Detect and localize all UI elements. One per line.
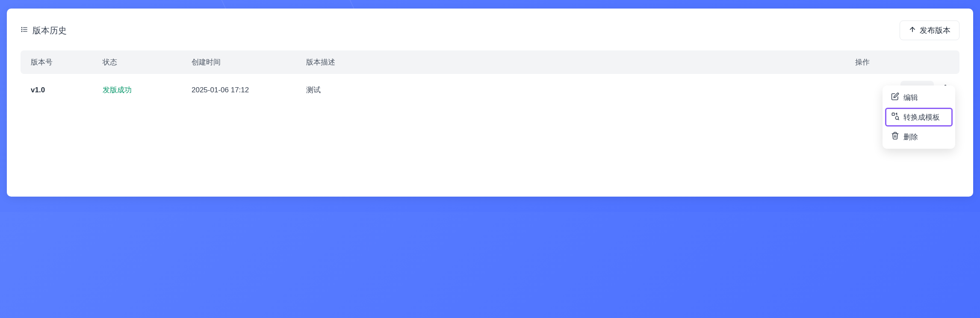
dropdown-delete-label: 删除 <box>903 132 918 142</box>
svg-point-3 <box>21 27 22 28</box>
title-group: 版本历史 <box>21 25 67 36</box>
svg-line-12 <box>898 119 899 120</box>
col-version: 版本号 <box>31 57 99 67</box>
version-history-card: 版本历史 发布版本 版本号 状态 创建时间 版本描述 操作 v1.0 发版成功 … <box>7 9 973 197</box>
col-created-at: 创建时间 <box>192 57 303 67</box>
dropdown-delete[interactable]: 删除 <box>885 127 953 146</box>
table-row: v1.0 发版成功 2025-01-06 17:12 测试 上线 <box>21 74 959 106</box>
svg-rect-10 <box>892 113 894 115</box>
col-status: 状态 <box>103 57 188 67</box>
edit-icon <box>891 92 899 103</box>
arrow-up-icon <box>909 26 916 35</box>
cell-created-at: 2025-01-06 17:12 <box>192 86 303 94</box>
dropdown-convert-label: 转换成模板 <box>903 112 940 122</box>
publish-version-button[interactable]: 发布版本 <box>900 21 959 40</box>
col-actions: 操作 <box>855 57 949 67</box>
dropdown-edit[interactable]: 编辑 <box>885 88 953 107</box>
template-icon <box>891 112 899 122</box>
cell-description: 测试 <box>306 85 852 95</box>
list-icon <box>21 26 28 35</box>
cell-status: 发版成功 <box>103 85 188 95</box>
card-header: 版本历史 发布版本 <box>21 21 959 40</box>
actions-dropdown: 编辑 转换成模板 删除 <box>883 85 955 149</box>
dropdown-convert-template[interactable]: 转换成模板 <box>885 108 953 127</box>
cell-version: v1.0 <box>31 86 99 94</box>
trash-icon <box>891 132 899 142</box>
dropdown-edit-label: 编辑 <box>903 93 918 103</box>
svg-point-5 <box>21 31 22 32</box>
version-table: 版本号 状态 创建时间 版本描述 操作 v1.0 发版成功 2025-01-06… <box>21 50 959 106</box>
page-title: 版本历史 <box>32 25 67 36</box>
svg-point-4 <box>21 29 22 30</box>
col-description: 版本描述 <box>306 57 852 67</box>
table-header-row: 版本号 状态 创建时间 版本描述 操作 <box>21 50 959 74</box>
publish-button-label: 发布版本 <box>920 25 950 35</box>
